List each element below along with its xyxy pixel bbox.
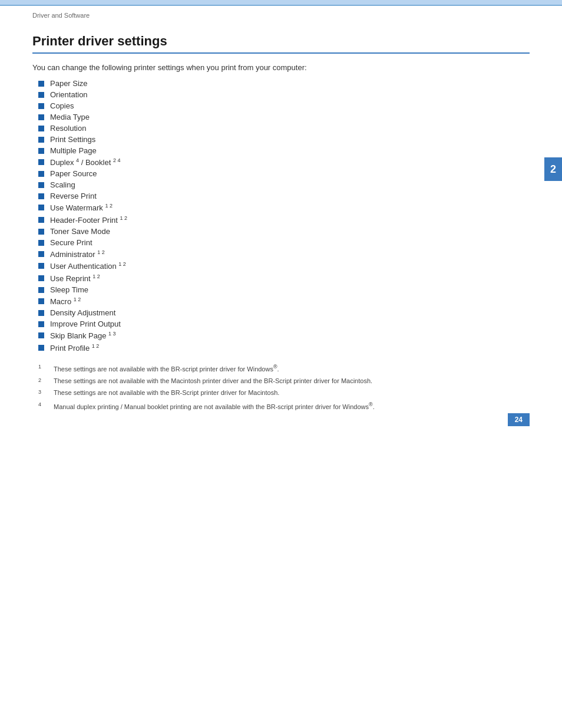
bullet-icon bbox=[38, 321, 44, 327]
bullet-icon bbox=[38, 148, 44, 154]
bullet-icon bbox=[38, 126, 44, 131]
item-text: Print Settings bbox=[50, 135, 95, 144]
item-text: Header-Footer Print 1 2 bbox=[50, 215, 127, 225]
footnote-num: 2 bbox=[38, 377, 51, 384]
list-item: Sleep Time bbox=[32, 285, 530, 294]
item-text: Paper Source bbox=[50, 169, 97, 178]
list-item: Resolution bbox=[32, 124, 530, 133]
bullet-icon bbox=[38, 182, 44, 188]
list-item: Scaling bbox=[32, 180, 530, 189]
item-text: Use Reprint 1 2 bbox=[50, 274, 100, 283]
footnotes: 1 These settings are not available with … bbox=[32, 363, 530, 411]
item-text: Duplex 4 / Booklet 2 4 bbox=[50, 157, 120, 167]
item-text: Skip Blank Page 1 3 bbox=[50, 331, 116, 340]
list-item: Duplex 4 / Booklet 2 4 bbox=[32, 157, 530, 167]
item-text: User Authentication 1 2 bbox=[50, 261, 126, 271]
bullet-icon bbox=[38, 275, 44, 281]
list-item: Macro 1 2 bbox=[32, 297, 530, 306]
footnote-text: These settings are not available with th… bbox=[54, 388, 279, 397]
item-text: Orientation bbox=[50, 90, 88, 99]
footnote-3: 3 These settings are not available with … bbox=[38, 388, 530, 397]
bullet-icon bbox=[38, 287, 44, 293]
breadcrumb: Driver and Software bbox=[0, 6, 562, 22]
top-bar bbox=[0, 0, 562, 5]
list-item: Paper Size bbox=[32, 79, 530, 88]
footnote-4: 4 Manual duplex printing / Manual bookle… bbox=[38, 401, 530, 411]
item-text: Use Watermark 1 2 bbox=[50, 203, 113, 212]
list-item: Secure Print bbox=[32, 238, 530, 247]
list-item: Density Adjustment bbox=[32, 308, 530, 317]
bullet-icon bbox=[38, 137, 44, 143]
bullet-icon bbox=[38, 92, 44, 98]
bullet-icon bbox=[38, 229, 44, 235]
page-number: 24 bbox=[508, 413, 530, 426]
main-content: 2 Printer driver settings You can change… bbox=[0, 22, 562, 438]
list-item: Copies bbox=[32, 101, 530, 110]
footnote-num: 4 bbox=[38, 401, 51, 409]
footnote-text: These settings are not available with th… bbox=[54, 377, 372, 386]
footnote-num: 1 bbox=[38, 363, 51, 371]
bullet-icon bbox=[38, 205, 44, 210]
list-item: Toner Save Mode bbox=[32, 227, 530, 236]
list-item: Orientation bbox=[32, 90, 530, 99]
list-item: Improve Print Output bbox=[32, 319, 530, 328]
footnote-1: 1 These settings are not available with … bbox=[38, 363, 530, 374]
list-item: Print Profile 1 2 bbox=[32, 343, 530, 353]
item-text: Multiple Page bbox=[50, 146, 97, 155]
list-item: Skip Blank Page 1 3 bbox=[32, 331, 530, 340]
chapter-tab: 2 bbox=[544, 157, 562, 181]
bullet-icon bbox=[38, 263, 44, 269]
bullet-icon bbox=[38, 345, 44, 351]
footnote-num: 3 bbox=[38, 388, 51, 396]
bullet-icon bbox=[38, 332, 44, 338]
bullet-icon bbox=[38, 81, 44, 87]
bullet-icon bbox=[38, 193, 44, 199]
bullet-icon bbox=[38, 159, 44, 165]
item-text: Media Type bbox=[50, 113, 90, 121]
list-item: Header-Footer Print 1 2 bbox=[32, 215, 530, 225]
list-item: Multiple Page bbox=[32, 146, 530, 155]
bullet-icon bbox=[38, 103, 44, 109]
bullet-list: Paper Size Orientation Copies Media Type… bbox=[32, 79, 530, 353]
list-item: Use Reprint 1 2 bbox=[32, 274, 530, 283]
bullet-icon bbox=[38, 251, 44, 257]
footnote-text: Manual duplex printing / Manual booklet … bbox=[54, 401, 375, 411]
item-text: Secure Print bbox=[50, 238, 92, 247]
item-text: Improve Print Output bbox=[50, 319, 121, 328]
item-text: Reverse Print bbox=[50, 192, 97, 200]
list-item: Paper Source bbox=[32, 169, 530, 178]
item-text: Resolution bbox=[50, 124, 86, 133]
bullet-icon bbox=[38, 310, 44, 316]
page-title: Printer driver settings bbox=[32, 34, 530, 49]
list-item: Print Settings bbox=[32, 135, 530, 144]
item-text: Sleep Time bbox=[50, 285, 88, 294]
item-text: Macro 1 2 bbox=[50, 297, 81, 306]
list-item: User Authentication 1 2 bbox=[32, 261, 530, 271]
bullet-icon bbox=[38, 240, 44, 246]
list-item: Media Type bbox=[32, 113, 530, 121]
intro-text: You can change the following printer set… bbox=[32, 63, 530, 72]
item-text: Print Profile 1 2 bbox=[50, 343, 99, 353]
list-item: Reverse Print bbox=[32, 192, 530, 200]
bullet-icon bbox=[38, 171, 44, 177]
item-text: Scaling bbox=[50, 180, 75, 189]
item-text: Copies bbox=[50, 101, 74, 110]
bullet-icon bbox=[38, 114, 44, 120]
list-item: Administrator 1 2 bbox=[32, 249, 530, 259]
footnote-text: These settings are not available with th… bbox=[54, 363, 279, 374]
item-text: Toner Save Mode bbox=[50, 227, 110, 236]
footnote-2: 2 These settings are not available with … bbox=[38, 377, 530, 386]
item-text: Administrator 1 2 bbox=[50, 249, 105, 259]
item-text: Density Adjustment bbox=[50, 308, 115, 317]
list-item: Use Watermark 1 2 bbox=[32, 203, 530, 212]
bullet-icon bbox=[38, 298, 44, 304]
item-text: Paper Size bbox=[50, 79, 88, 88]
bullet-icon bbox=[38, 217, 44, 223]
title-underline bbox=[32, 52, 530, 54]
